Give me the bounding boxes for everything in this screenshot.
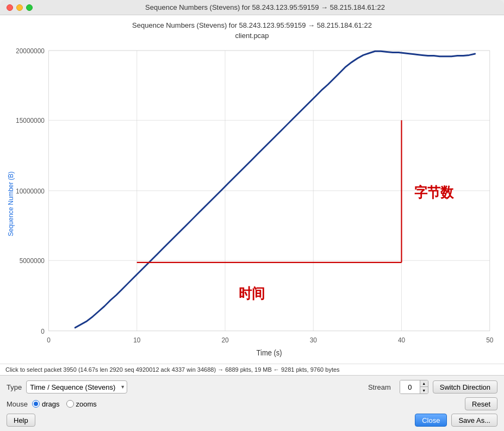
drags-radio-circle[interactable]: [32, 400, 40, 408]
controls-row-1: Type Time / Sequence (Stevens) Time / Se…: [7, 380, 497, 394]
maximize-traffic-light[interactable]: [26, 4, 33, 11]
svg-text:0: 0: [47, 336, 51, 345]
type-select-wrapper[interactable]: Time / Sequence (Stevens) Time / Sequenc…: [26, 380, 127, 393]
bottom-right-buttons-2: Close Save As...: [415, 414, 497, 427]
chart-svg[interactable]: 20000000 15000000 10000000 5000000 0 0 1…: [16, 44, 499, 364]
svg-text:Time (s): Time (s): [257, 349, 282, 358]
mouse-radio-group: drags zooms: [32, 400, 97, 408]
svg-text:10: 10: [133, 336, 140, 345]
close-traffic-light[interactable]: [7, 4, 13, 11]
chart-subtitle: client.pcap: [5, 32, 499, 40]
controls-row-3: Help Close Save As...: [7, 414, 497, 427]
window-title: Sequence Numbers (Stevens) for 58.243.12…: [33, 3, 497, 11]
stream-section: Stream ▲ ▼ Switch Direction: [368, 380, 497, 394]
save-as-button[interactable]: Save As...: [451, 414, 497, 427]
svg-text:15000000: 15000000: [16, 117, 45, 125]
close-button[interactable]: Close: [415, 414, 447, 427]
status-text: Click to select packet 3950 (14.67s len …: [5, 366, 340, 373]
stream-down-button[interactable]: ▼: [420, 387, 428, 393]
svg-text:50: 50: [486, 336, 493, 345]
svg-text:20: 20: [221, 336, 228, 345]
svg-text:30: 30: [310, 336, 317, 345]
zooms-label: zooms: [76, 400, 97, 408]
traffic-lights: [7, 4, 33, 11]
y-axis-label: Sequence Number (B): [5, 44, 16, 364]
main-window: Sequence Numbers (Stevens) for 58.243.12…: [0, 0, 504, 431]
chart-inner[interactable]: 20000000 15000000 10000000 5000000 0 0 1…: [16, 44, 499, 364]
help-button[interactable]: Help: [7, 414, 35, 427]
controls-panel: Type Time / Sequence (Stevens) Time / Se…: [0, 375, 504, 431]
status-bar: Click to select packet 3950 (14.67s len …: [0, 364, 504, 375]
zooms-radio-circle[interactable]: [66, 400, 74, 408]
chart-area: Sequence Numbers (Stevens) for 58.243.12…: [0, 15, 504, 364]
svg-text:0: 0: [41, 327, 45, 335]
svg-text:5000000: 5000000: [20, 257, 45, 265]
svg-text:20000000: 20000000: [16, 47, 45, 55]
bottom-right-buttons: Reset: [465, 397, 497, 410]
type-select[interactable]: Time / Sequence (Stevens) Time / Sequenc…: [26, 380, 127, 393]
reset-button[interactable]: Reset: [465, 397, 497, 410]
stream-label: Stream: [368, 383, 391, 391]
zooms-radio-item[interactable]: zooms: [66, 400, 97, 408]
type-label: Type: [7, 383, 22, 391]
chart-title: Sequence Numbers (Stevens) for 58.243.12…: [5, 21, 499, 30]
stream-input-wrapper[interactable]: ▲ ▼: [400, 380, 428, 394]
svg-text:40: 40: [398, 336, 405, 345]
stream-input[interactable]: [400, 380, 420, 393]
chart-container[interactable]: Sequence Number (B): [5, 44, 499, 364]
stream-spinner[interactable]: ▲ ▼: [420, 380, 428, 393]
svg-text:10000000: 10000000: [16, 187, 45, 195]
drags-radio-item[interactable]: drags: [32, 400, 60, 408]
titlebar: Sequence Numbers (Stevens) for 58.243.12…: [0, 0, 504, 15]
svg-text:字节数: 字节数: [414, 184, 453, 200]
drags-label: drags: [42, 400, 60, 408]
controls-row-2: Mouse drags zooms Reset: [7, 397, 497, 410]
switch-direction-button[interactable]: Switch Direction: [433, 380, 497, 393]
stream-up-button[interactable]: ▲: [420, 380, 428, 387]
mouse-label: Mouse: [7, 400, 28, 408]
minimize-traffic-light[interactable]: [16, 4, 23, 11]
svg-text:时间: 时间: [239, 285, 264, 301]
